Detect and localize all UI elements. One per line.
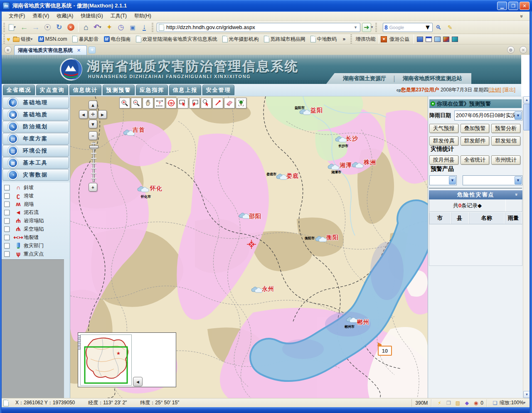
叠加预警-button[interactable]: 叠加预警	[461, 124, 490, 133]
nav-tab-应急指挥[interactable]: 应急指挥	[136, 85, 168, 95]
layer-checkbox[interactable]	[4, 185, 10, 190]
favorites-heart-icon[interactable]: ♥	[7, 36, 10, 43]
overview-mini-map[interactable]: ★	[80, 334, 132, 386]
search-box[interactable]: 8 Google ▼	[383, 23, 433, 32]
群发短信-button[interactable]: 群发短信	[491, 136, 520, 145]
links-overflow-icon[interactable]: »	[343, 36, 346, 42]
close-icon[interactable]: ✕	[520, 2, 530, 10]
sidebar-item-基本工具[interactable]: ▦基本工具	[2, 157, 69, 169]
full-extent-icon[interactable]	[236, 98, 246, 108]
deselect-rect-icon[interactable]	[189, 98, 200, 108]
menu-item[interactable]: 工具(T)	[107, 12, 131, 20]
links-grip[interactable]	[3, 34, 5, 44]
highlighter-icon[interactable]: ✎	[445, 22, 456, 33]
toolbar-grip[interactable]	[3, 23, 5, 32]
lightning-icon[interactable]: ⚡︎	[436, 400, 443, 406]
layer-checkbox[interactable]	[4, 235, 10, 240]
layer-checkbox[interactable]	[4, 193, 10, 199]
home-icon[interactable]: ⌂	[81, 22, 91, 33]
sidebar-item-年度方案[interactable]: ▤年度方案	[2, 133, 69, 145]
stop-icon[interactable]: ✕	[65, 22, 76, 33]
snap-icon[interactable]	[417, 37, 423, 42]
overview-tool-strip[interactable]	[78, 335, 81, 350]
org-link-1[interactable]: 湖南省国土资源厅	[343, 75, 386, 82]
overview-collapse-icon[interactable]: ◄	[133, 377, 143, 386]
menu-overflow-chevron-icon[interactable]: »	[518, 11, 526, 21]
minimize-icon[interactable]: ▁	[497, 2, 507, 10]
wrench-icon[interactable]: ⚙	[507, 46, 515, 54]
resize-icon[interactable]: ❏	[492, 400, 498, 406]
pan-icon[interactable]	[143, 98, 153, 108]
chevron-down-icon[interactable]: ▼	[515, 111, 522, 120]
shield-heart-icon[interactable]: ♥	[381, 36, 387, 42]
go-button[interactable]: ➜	[362, 23, 371, 32]
quick-link[interactable]: 暴风影音	[72, 36, 99, 43]
enhance-label[interactable]: 增强功能	[355, 36, 375, 43]
按月州县-button[interactable]: 按月州县	[429, 155, 458, 165]
weather-icon-郴州[interactable]	[345, 316, 358, 323]
address-url[interactable]: http://dzzh.hndh.gov.cn/gridweb.aspx	[164, 24, 353, 30]
address-dropdown-icon[interactable]: ▼	[353, 25, 358, 30]
nav-tab-预测预警[interactable]: 预测预警	[103, 85, 135, 95]
pan-left-icon[interactable]: ◄	[79, 110, 88, 119]
pens-icon[interactable]	[443, 37, 449, 42]
address-grip[interactable]	[152, 23, 153, 32]
forward-icon[interactable]: →	[30, 22, 41, 33]
address-bar[interactable]: http://dzzh.hndh.gov.cn/gridweb.aspx ▼	[157, 23, 360, 32]
select-rect-icon[interactable]	[177, 98, 188, 108]
zoom-slider-plus-icon[interactable]: +	[89, 183, 97, 192]
menu-item[interactable]: 收藏(A)	[53, 12, 77, 20]
new-tab-button[interactable]: +	[89, 47, 96, 54]
quick-link[interactable]: 光年摄影机构	[222, 36, 259, 43]
menu-item[interactable]: 查看(V)	[29, 12, 53, 20]
charity-label[interactable]: 傲游公益	[389, 36, 409, 43]
collapse-chevrons-icon[interactable]: »	[514, 193, 519, 197]
links-folder[interactable]: 链接▼	[13, 36, 33, 43]
chevron-down-icon[interactable]: ▼	[515, 176, 522, 184]
star-icon[interactable]: ★	[4, 46, 12, 54]
refresh-icon[interactable]: ↻	[54, 22, 64, 33]
clock-icon[interactable]: ◷	[116, 22, 126, 33]
nav-tab-信息统计[interactable]: 信息统计	[69, 85, 101, 95]
weather-icon-衡阳[interactable]	[315, 235, 327, 243]
quick-link[interactable]: M电台指南	[104, 36, 131, 43]
weather-icon-湘潭[interactable]	[327, 163, 340, 170]
weather-icon-怀化[interactable]	[137, 185, 149, 193]
layer-checkbox[interactable]	[4, 218, 10, 224]
find-icon[interactable]: 🔍︎	[433, 22, 444, 33]
pan-right-icon[interactable]: ►	[98, 110, 107, 119]
tabbar-close-icon[interactable]: ✕	[520, 46, 527, 54]
download-icon[interactable]: ↓	[139, 22, 150, 33]
zoom-level[interactable]: 缩放:100%	[500, 399, 524, 406]
window-icon[interactable]: ▣	[127, 22, 138, 33]
quick-link[interactable]: 觅路城市精品网	[264, 36, 305, 43]
select-circle-icon[interactable]	[201, 98, 212, 108]
nav-tab-信息上报[interactable]: 信息上报	[169, 85, 201, 95]
popup-blocker-icon[interactable]: ◉	[473, 400, 479, 406]
search-placeholder[interactable]: Google	[388, 25, 424, 30]
pan-center-icon[interactable]: ✛	[89, 110, 97, 119]
cube-icon[interactable]	[452, 37, 458, 42]
layer-checkbox[interactable]	[4, 251, 10, 257]
zoom-out-icon[interactable]	[131, 98, 142, 108]
logout-link[interactable]: [注销]	[488, 87, 501, 93]
search-dropdown-icon[interactable]: ▼	[424, 24, 431, 31]
sidebar-item-灾害数据[interactable]: ◔灾害数据	[2, 169, 69, 181]
sidebar-item-基础地理[interactable]: ≫基础地理	[2, 97, 69, 108]
layer-checkbox[interactable]	[4, 226, 10, 232]
search-grip[interactable]	[375, 23, 377, 32]
map-canvas[interactable]: ?S ▲ ◄ ✛ ► ▼ − + 吉首益阳长沙湘潭株洲娄底怀化邵阳衡阳永州郴州益…	[70, 96, 428, 398]
zoom-dropdown-icon[interactable]: ▼	[523, 401, 526, 405]
org-link-2[interactable]: 湖南省地质环境监测总站	[403, 75, 462, 82]
预警分析-button[interactable]: 预警分析	[491, 124, 520, 133]
radius-icon[interactable]: S	[166, 98, 177, 108]
rain-date-select[interactable]: 2007年05月05日08时实况 ▼	[454, 111, 522, 120]
folder-icon[interactable]: ▨	[454, 400, 461, 406]
zoom-slider-minus-icon[interactable]: −	[89, 131, 97, 140]
nav-tab-灾点查询[interactable]: 灾点查询	[36, 85, 68, 95]
go-dropdown-icon[interactable]: ▼	[370, 25, 374, 29]
diamond-icon[interactable]: ◆	[463, 400, 470, 406]
layer-checkbox[interactable]	[4, 202, 10, 207]
pan-up-icon[interactable]: ▲	[89, 101, 97, 109]
群发传真-button[interactable]: 群发传真	[429, 136, 458, 145]
